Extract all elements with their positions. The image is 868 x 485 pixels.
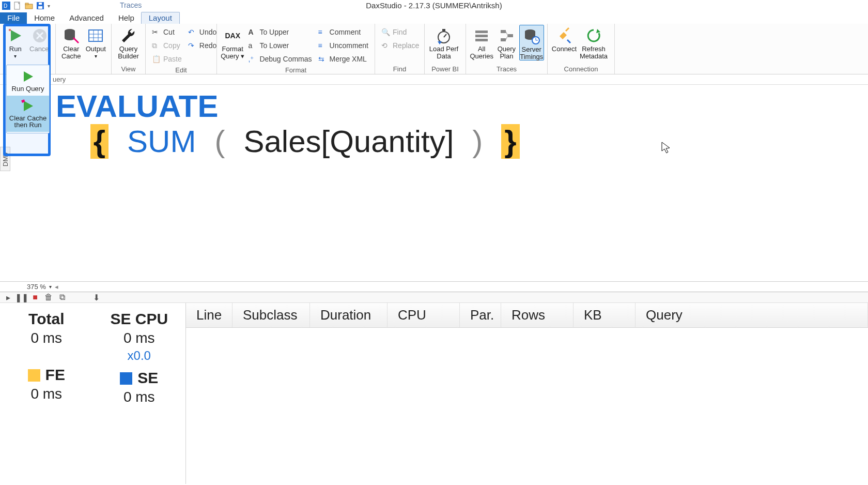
svg-rect-17 bbox=[89, 30, 102, 41]
doc-tab-fragment[interactable]: uery bbox=[53, 75, 66, 83]
play-icon bbox=[7, 27, 24, 44]
col-cpu[interactable]: CPU bbox=[388, 303, 460, 327]
stop-icon[interactable]: ■ bbox=[31, 293, 39, 301]
token-lparen: ( bbox=[214, 124, 225, 159]
grid-icon bbox=[87, 27, 104, 44]
qat-dropdown-icon[interactable]: ▾ bbox=[48, 3, 50, 9]
comment-icon: ≡ bbox=[318, 28, 327, 36]
all-queries-button[interactable]: All Queries bbox=[469, 25, 494, 59]
svg-line-40 bbox=[566, 28, 569, 31]
format-query-button[interactable]: DAX Format Query ▾ bbox=[220, 25, 245, 59]
col-duration[interactable]: Duration bbox=[310, 303, 388, 327]
total-label: Total bbox=[28, 310, 64, 328]
col-kb[interactable]: KB bbox=[574, 303, 636, 327]
redo-button[interactable]: ↷Redo bbox=[185, 39, 220, 52]
col-par[interactable]: Par. bbox=[460, 303, 501, 327]
group-connection: Connection bbox=[548, 65, 614, 74]
query-plan-button[interactable]: Query Plan bbox=[494, 25, 519, 59]
new-doc-icon[interactable] bbox=[13, 2, 22, 10]
uncomment-button[interactable]: ≡Uncomment bbox=[315, 39, 371, 52]
svg-marker-25 bbox=[438, 41, 442, 44]
code-editor[interactable]: EVALUATE { SUM ( Sales[Quantity] ) } bbox=[0, 85, 868, 160]
clear-cache-label: Clear Cache bbox=[61, 46, 81, 59]
col-rows[interactable]: Rows bbox=[501, 303, 574, 327]
svg-marker-46 bbox=[662, 142, 670, 153]
results-panel: Total 0 ms FE 0 ms SE CPU 0 ms x0.0 SE 0… bbox=[0, 303, 868, 484]
to-upper-button[interactable]: ATo Upper bbox=[245, 26, 315, 38]
scroll-left-icon[interactable]: ◂ bbox=[55, 283, 58, 291]
copy-icon: ⧉ bbox=[152, 41, 160, 50]
svg-marker-41 bbox=[567, 39, 571, 43]
svg-marker-43 bbox=[24, 71, 33, 82]
token-expr: Sales[Quantity] bbox=[243, 124, 454, 159]
output-button[interactable]: Output ▾ bbox=[84, 25, 109, 59]
group-find: Find bbox=[375, 65, 424, 74]
clipboard-icon: 📋 bbox=[152, 55, 160, 63]
server-timings-button[interactable]: Server Timings bbox=[519, 25, 544, 60]
replace-button[interactable]: ⟲Replace bbox=[378, 39, 422, 52]
clear-cache-button[interactable]: Clear Cache bbox=[59, 25, 84, 59]
wrench-icon bbox=[120, 27, 137, 44]
refresh-metadata-button[interactable]: Refresh Metadata bbox=[578, 25, 610, 59]
to-lower-button[interactable]: aTo Lower bbox=[245, 39, 315, 52]
cut-button[interactable]: ✂Cut bbox=[149, 26, 185, 38]
col-subclass[interactable]: Subclass bbox=[233, 303, 310, 327]
trace-toolbar: ▸ ❚❚ ■ 🗑 ⧉ ⬇ bbox=[0, 292, 868, 303]
tab-advanced[interactable]: Advanced bbox=[62, 12, 111, 24]
paste-button[interactable]: 📋Paste bbox=[149, 53, 185, 65]
svg-rect-29 bbox=[501, 30, 506, 33]
timing-grid[interactable]: Line Subclass Duration CPU Par. Rows KB … bbox=[186, 303, 868, 484]
comment-button[interactable]: ≡Comment bbox=[315, 26, 371, 38]
col-query[interactable]: Query bbox=[636, 303, 868, 327]
svg-line-33 bbox=[506, 36, 508, 40]
token-sum: SUM bbox=[127, 124, 196, 159]
zoom-caret[interactable]: ▾ bbox=[49, 284, 52, 290]
token-rbrace: } bbox=[501, 124, 519, 159]
play-icon bbox=[21, 69, 35, 84]
debug-commas-button[interactable]: ,⁺Debug Commas bbox=[245, 53, 315, 65]
scissors-icon: ✂ bbox=[152, 28, 160, 36]
grid-header: Line Subclass Duration CPU Par. Rows KB … bbox=[186, 303, 868, 328]
tab-help[interactable]: Help bbox=[111, 12, 142, 24]
trash-icon[interactable]: 🗑 bbox=[44, 293, 53, 301]
load-perf-data-button[interactable]: Load Perf Data bbox=[428, 25, 460, 59]
run-query-item[interactable]: Run Query bbox=[7, 66, 49, 96]
document-tabs: uery bbox=[0, 74, 868, 85]
tab-file[interactable]: File bbox=[0, 12, 27, 24]
output-caret[interactable]: ▾ bbox=[95, 54, 97, 59]
play-icon[interactable]: ▸ bbox=[4, 293, 12, 301]
col-line[interactable]: Line bbox=[186, 303, 233, 327]
connect-button[interactable]: Connect bbox=[551, 25, 578, 53]
editor-area[interactable]: DMV EVALUATE { SUM ( Sales[Quantity] ) } bbox=[0, 85, 868, 281]
secpu-label: SE CPU bbox=[110, 310, 168, 328]
query-builder-button[interactable]: Query Builder bbox=[115, 25, 142, 59]
run-drop-caret[interactable]: ▾ bbox=[14, 54, 17, 59]
output-label: Output bbox=[86, 46, 106, 53]
search-icon: 🔍 bbox=[381, 28, 390, 36]
stopwatch-icon bbox=[435, 27, 453, 44]
uncomment-icon: ≡ bbox=[318, 41, 327, 50]
cancel-button[interactable]: Cancel bbox=[28, 25, 53, 53]
find-button[interactable]: 🔍Find bbox=[378, 26, 422, 38]
copy-icon[interactable]: ⧉ bbox=[58, 293, 66, 301]
undo-button[interactable]: ↶Undo bbox=[185, 26, 220, 38]
timing-summary: Total 0 ms FE 0 ms SE CPU 0 ms x0.0 SE 0… bbox=[0, 303, 186, 484]
format-query-label: Format Query ▾ bbox=[221, 46, 244, 59]
export-icon[interactable]: ⬇ bbox=[92, 293, 100, 301]
side-tab-dmv[interactable]: DMV bbox=[0, 147, 10, 171]
svg-rect-27 bbox=[475, 35, 488, 37]
merge-xml-button[interactable]: ⇆Merge XML bbox=[315, 53, 371, 65]
run-button[interactable]: Run ▾ bbox=[3, 25, 28, 59]
clear-cache-then-run-item[interactable]: Clear Cache then Run bbox=[7, 96, 49, 132]
open-icon[interactable] bbox=[25, 2, 33, 10]
save-icon[interactable] bbox=[36, 2, 44, 10]
svg-marker-8 bbox=[11, 30, 21, 41]
copy-button[interactable]: ⧉Copy bbox=[149, 39, 185, 52]
pause-icon[interactable]: ❚❚ bbox=[18, 293, 26, 301]
zoom-level[interactable]: 375 % bbox=[27, 283, 46, 291]
tab-layout[interactable]: Layout bbox=[141, 12, 180, 24]
se-label: SE bbox=[120, 369, 158, 387]
fe-value: 0 ms bbox=[30, 386, 62, 402]
tab-home[interactable]: Home bbox=[27, 12, 62, 24]
token-evaluate: EVALUATE bbox=[56, 89, 218, 124]
